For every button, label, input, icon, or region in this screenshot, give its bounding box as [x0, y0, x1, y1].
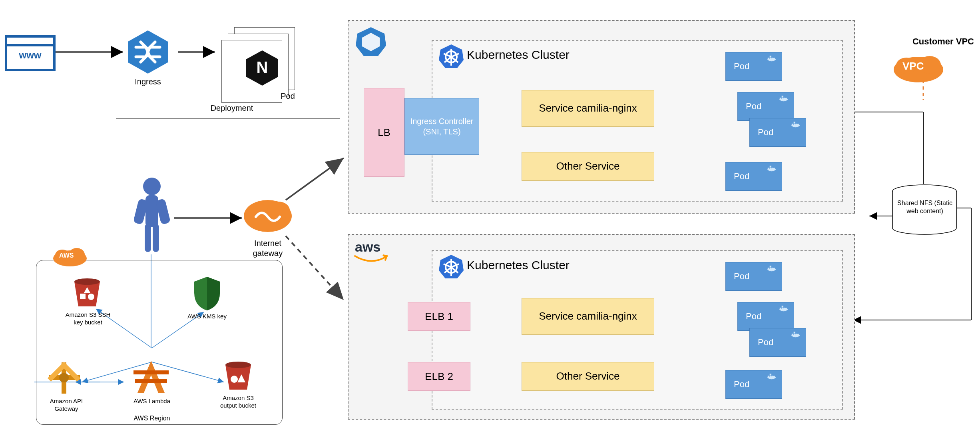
svg-rect-89	[794, 332, 795, 333]
svg-rect-69	[770, 166, 771, 167]
nginx-pod-icon: N	[243, 49, 281, 87]
lambda-icon	[132, 358, 170, 397]
s3-bucket-icon	[71, 278, 103, 310]
s3-ssh-label: Amazon S3 SSH key bucket	[64, 311, 112, 326]
elb-1: ELB 1	[408, 302, 470, 331]
divider-top	[116, 118, 340, 119]
svg-point-113	[225, 362, 251, 368]
user-icon	[132, 176, 172, 256]
svg-text:N: N	[257, 58, 268, 76]
pod-2c: Pod	[749, 328, 806, 357]
svg-rect-36	[145, 195, 158, 227]
docker-icon	[791, 121, 802, 129]
svg-rect-102	[80, 294, 86, 299]
diagram-canvas: www Ingress N Pod Deployment Internet ga…	[0, 0, 980, 428]
k8s-title-2: Kubernetes Cluster	[467, 258, 570, 272]
svg-rect-81	[770, 266, 771, 267]
k8s-wheel-icon-2	[438, 254, 464, 280]
ingress-label: Ingress	[124, 77, 172, 87]
service-other-1: Other Service	[522, 152, 654, 181]
api-gw-label: Amazon API Gateway	[42, 398, 90, 413]
pod-1b: Pod	[737, 92, 794, 121]
aws-cloud-text: AWS	[59, 252, 74, 259]
svg-rect-61	[782, 96, 783, 97]
s3-out-label: Amazon S3 output bucket	[214, 394, 262, 410]
pod-2b: Pod	[737, 302, 794, 331]
docker-icon	[767, 55, 778, 63]
svg-point-103	[88, 294, 94, 300]
aws-smile-icon	[354, 254, 388, 265]
svg-point-109	[59, 373, 69, 382]
docker-icon	[779, 305, 790, 313]
helm-icon	[355, 26, 387, 58]
nfs-label: Shared NFS (Static web content)	[897, 199, 953, 215]
pod-label-top: Pod	[272, 91, 304, 101]
aws-region-label: AWS Region	[112, 414, 192, 422]
ingress-controller-box: Ingress Controller (SNI, TLS)	[404, 98, 479, 155]
docker-icon	[791, 331, 802, 339]
k8s-wheel-icon-1	[438, 43, 464, 70]
pod-1c: Pod	[749, 118, 806, 147]
deployment-label: Deployment	[188, 103, 276, 113]
kms-label: AWS KMS key	[183, 313, 231, 320]
elb-2: ELB 2	[408, 362, 470, 391]
vpc-text: VPC	[902, 60, 924, 72]
svg-marker-110	[137, 361, 165, 393]
service-other-2: Other Service	[522, 362, 654, 391]
browser-www-label: www	[7, 46, 53, 61]
svg-point-114	[231, 376, 238, 383]
svg-rect-65	[794, 122, 795, 123]
api-gateway-icon	[46, 360, 82, 396]
svg-rect-39	[145, 224, 151, 252]
customer-vpc-label: Customer VPC	[911, 36, 975, 47]
s3-output-icon	[222, 361, 254, 393]
internet-gateway-label: Internet gateway	[240, 238, 296, 258]
pod-2d: Pod	[725, 370, 782, 399]
aws-logo-text: aws	[355, 239, 380, 255]
deployment-group: N Pod	[216, 24, 312, 104]
ingress-icon	[124, 28, 172, 77]
browser-icon: www	[5, 35, 56, 71]
lb-box: LB	[364, 88, 404, 177]
lambda-label: AWS Lambda	[124, 398, 180, 405]
docker-icon	[767, 373, 778, 381]
service-camilia-1: Service camilia-nginx	[522, 90, 654, 127]
svg-line-3	[286, 158, 344, 200]
k8s-title-1: Kubernetes Cluster	[467, 48, 570, 62]
svg-rect-111	[133, 370, 169, 374]
svg-point-101	[74, 278, 100, 285]
docker-icon	[767, 165, 778, 173]
pod-1d: Pod	[725, 162, 782, 191]
internet-gateway-icon	[242, 192, 294, 236]
svg-rect-93	[770, 374, 771, 375]
kms-key-icon	[191, 275, 223, 311]
svg-rect-57	[770, 56, 771, 57]
service-camilia-2: Service camilia-nginx	[522, 298, 654, 335]
svg-rect-40	[153, 224, 159, 252]
svg-rect-85	[782, 306, 783, 307]
svg-rect-112	[135, 379, 167, 383]
docker-icon	[779, 95, 790, 103]
svg-point-35	[143, 178, 161, 195]
docker-icon	[767, 265, 778, 273]
pod-1a: Pod	[725, 52, 782, 81]
pod-2a: Pod	[725, 262, 782, 291]
